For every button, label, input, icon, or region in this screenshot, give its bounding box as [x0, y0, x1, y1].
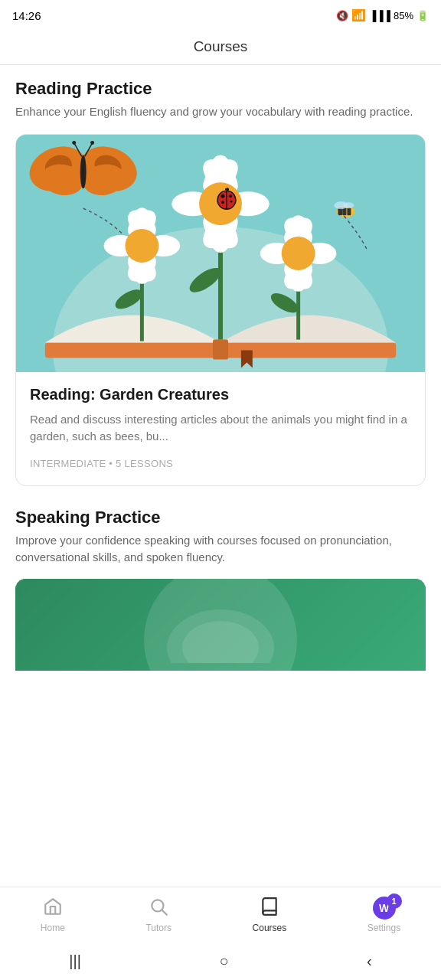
reading-section-desc: Enhance your English fluency and grow yo… — [15, 103, 426, 120]
reading-course-card[interactable]: Reading: Garden Creatures Read and discu… — [15, 134, 426, 486]
nav-item-settings[interactable]: W 1 Settings — [368, 897, 400, 933]
svg-rect-3 — [213, 339, 228, 359]
nav-item-home[interactable]: Home — [41, 897, 65, 933]
svg-point-57 — [90, 141, 94, 145]
svg-point-53 — [80, 155, 87, 188]
svg-point-32 — [220, 194, 224, 198]
svg-point-34 — [221, 201, 224, 204]
page-title: Courses — [194, 38, 248, 54]
svg-point-19 — [125, 229, 158, 263]
nav-label-courses: Courses — [253, 923, 287, 933]
status-bar: 14:26 🔇 📶 ▐▐▐ 85% 🔋 — [0, 0, 441, 31]
tutors-icon — [149, 897, 168, 920]
card-meta: INTERMEDIATE • 5 LESSONS — [30, 458, 173, 469]
speaking-course-card-partial[interactable] — [15, 579, 426, 671]
battery-icon: 85% — [394, 10, 413, 21]
back-button[interactable]: ‹ — [367, 952, 372, 970]
home-button[interactable]: ○ — [219, 952, 228, 970]
svg-point-46 — [282, 237, 315, 270]
nav-label-tutors: Tutors — [145, 923, 172, 933]
speaking-section-title: Speaking Practice — [15, 508, 426, 528]
svg-point-37 — [225, 188, 227, 190]
bottom-nav: Home Tutors Courses W 1 Settings — [0, 887, 441, 942]
nav-item-tutors[interactable]: Tutors — [145, 897, 172, 933]
nav-item-courses[interactable]: Courses — [253, 897, 287, 933]
nav-label-settings: Settings — [368, 923, 400, 933]
speaking-card-circle — [144, 579, 297, 671]
scroll-content: Reading Practice Enhance your English fl… — [0, 65, 441, 980]
garden-illustration — [16, 135, 425, 372]
card-body: Reading: Garden Creatures Read and discu… — [16, 372, 425, 485]
reading-section-title: Reading Practice — [15, 79, 426, 99]
signal-icon: ▐▐▐ — [369, 10, 390, 21]
status-time: 14:26 — [12, 9, 41, 22]
card-title: Reading: Garden Creatures — [30, 386, 411, 403]
svg-point-33 — [229, 194, 232, 198]
speaking-section: Speaking Practice Improve your confidenc… — [15, 508, 426, 671]
card-description: Read and discuss interesting articles ab… — [30, 411, 411, 446]
top-bar: Courses — [0, 31, 441, 65]
status-icons: 🔇 📶 ▐▐▐ 85% 🔋 — [336, 8, 429, 22]
svg-rect-61 — [347, 207, 351, 215]
speaking-card-image — [15, 579, 426, 671]
reading-section: Reading Practice Enhance your English fl… — [15, 79, 426, 486]
courses-icon — [260, 897, 279, 920]
card-image — [16, 135, 425, 372]
speaking-section-desc: Improve your confidence speaking with co… — [15, 532, 426, 566]
battery-body: 🔋 — [416, 10, 429, 21]
mute-icon: 🔇 — [336, 10, 348, 21]
recent-apps-button[interactable]: ||| — [69, 952, 81, 970]
system-nav-bar: ||| ○ ‹ — [0, 942, 441, 980]
nav-label-home: Home — [41, 923, 65, 933]
wifi-icon: 📶 — [351, 8, 366, 22]
settings-badge: 1 — [387, 893, 402, 909]
svg-point-56 — [72, 141, 76, 145]
svg-point-63 — [343, 202, 354, 208]
svg-point-35 — [230, 201, 232, 203]
svg-line-67 — [162, 910, 167, 914]
home-icon — [43, 897, 63, 920]
